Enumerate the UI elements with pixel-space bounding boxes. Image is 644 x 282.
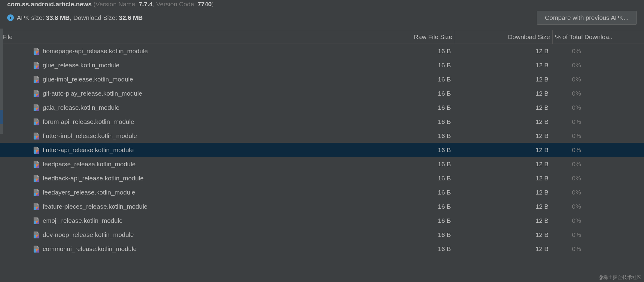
table-row[interactable]: flutter-impl_release.kotlin_module 16 B …	[0, 129, 644, 143]
file-cell: gif-auto-play_release.kotlin_module	[0, 90, 359, 97]
apk-info-row: i APK size: 33.8 MB, Download Size: 32.6…	[0, 8, 644, 30]
raw-size-cell: 16 B	[359, 48, 455, 55]
download-size-cell: 12 B	[455, 48, 553, 55]
percent-cell: 0%	[553, 161, 644, 168]
kotlin-module-icon	[33, 189, 40, 196]
raw-size-cell: 16 B	[359, 104, 455, 111]
download-size-cell: 12 B	[455, 161, 553, 168]
download-size-cell: 12 B	[455, 245, 553, 253]
file-name: flutter-api_release.kotlin_module	[43, 146, 134, 154]
header-file[interactable]: File	[0, 30, 359, 44]
file-name: gaia_release.kotlin_module	[43, 104, 120, 111]
download-size-cell: 12 B	[455, 62, 553, 69]
percent-cell: 0%	[553, 245, 644, 253]
kotlin-module-icon	[33, 132, 40, 140]
file-cell: homepage-api_release.kotlin_module	[0, 47, 359, 55]
table-row[interactable]: feedparse_release.kotlin_module 16 B 12 …	[0, 157, 644, 171]
table-row[interactable]: gaia_release.kotlin_module 16 B 12 B 0%	[0, 100, 644, 115]
file-name: glue-impl_release.kotlin_module	[43, 76, 133, 83]
raw-size-cell: 16 B	[359, 245, 455, 253]
table-row[interactable]: feedback-api_release.kotlin_module 16 B …	[0, 171, 644, 185]
file-cell: gaia_release.kotlin_module	[0, 104, 359, 112]
watermark: @稀土掘金技术社区	[598, 274, 642, 281]
percent-cell: 0%	[553, 203, 644, 210]
percent-cell: 0%	[553, 118, 644, 125]
download-size-cell: 12 B	[455, 118, 553, 125]
file-name: gif-auto-play_release.kotlin_module	[43, 90, 142, 97]
table-header: File Raw File Size Download Size % of To…	[0, 30, 644, 44]
table-row[interactable]: glue-impl_release.kotlin_module 16 B 12 …	[0, 72, 644, 86]
raw-size-cell: 16 B	[359, 90, 455, 97]
raw-size-cell: 16 B	[359, 175, 455, 182]
compare-previous-apk-button[interactable]: Compare with previous APK...	[537, 11, 637, 25]
file-name: feedayers_release.kotlin_module	[43, 189, 135, 196]
table-row[interactable]: flutter-api_release.kotlin_module 16 B 1…	[0, 143, 644, 157]
download-size-cell: 12 B	[455, 217, 553, 224]
table-row[interactable]: feedayers_release.kotlin_module 16 B 12 …	[0, 185, 644, 199]
download-size-cell: 12 B	[455, 175, 553, 182]
table-row[interactable]: feature-pieces_release.kotlin_module 16 …	[0, 199, 644, 213]
raw-size-cell: 16 B	[359, 231, 455, 238]
kotlin-module-icon	[33, 90, 40, 97]
percent-cell: 0%	[553, 217, 644, 224]
file-name: homepage-api_release.kotlin_module	[43, 48, 148, 55]
kotlin-module-icon	[33, 47, 40, 55]
table-row[interactable]: commonui_release.kotlin_module 16 B 12 B…	[0, 242, 644, 256]
percent-cell: 0%	[553, 62, 644, 69]
package-name: com.ss.android.article.news	[7, 1, 92, 8]
apk-info-text: APK size: 33.8 MB, Download Size: 32.6 M…	[17, 14, 143, 21]
file-name: feedparse_release.kotlin_module	[43, 161, 135, 168]
download-size-cell: 12 B	[455, 146, 553, 154]
file-name: forum-api_release.kotlin_module	[43, 118, 134, 125]
file-cell: glue_release.kotlin_module	[0, 61, 359, 69]
raw-size-cell: 16 B	[359, 118, 455, 125]
download-size-cell: 12 B	[455, 104, 553, 111]
file-name: commonui_release.kotlin_module	[43, 245, 137, 253]
kotlin-module-icon	[33, 160, 40, 168]
apk-info-left: i APK size: 33.8 MB, Download Size: 32.6…	[7, 14, 143, 21]
kotlin-module-icon	[33, 118, 40, 126]
raw-size-cell: 16 B	[359, 217, 455, 224]
percent-cell: 0%	[553, 189, 644, 196]
raw-size-cell: 16 B	[359, 161, 455, 168]
info-icon: i	[7, 14, 14, 21]
file-cell: feedback-api_release.kotlin_module	[0, 174, 359, 182]
header-raw-size[interactable]: Raw File Size	[359, 30, 455, 44]
table-row[interactable]: forum-api_release.kotlin_module 16 B 12 …	[0, 115, 644, 129]
file-cell: feature-pieces_release.kotlin_module	[0, 203, 359, 210]
file-name: dev-noop_release.kotlin_module	[43, 231, 134, 238]
percent-cell: 0%	[553, 146, 644, 154]
kotlin-module-icon	[33, 75, 40, 83]
table-row[interactable]: homepage-api_release.kotlin_module 16 B …	[0, 44, 644, 58]
download-size-cell: 12 B	[455, 90, 553, 97]
table-row[interactable]: glue_release.kotlin_module 16 B 12 B 0%	[0, 58, 644, 72]
file-cell: commonui_release.kotlin_module	[0, 245, 359, 253]
header-download-size[interactable]: Download Size	[455, 30, 553, 44]
table-row[interactable]: dev-noop_release.kotlin_module 16 B 12 B…	[0, 228, 644, 242]
kotlin-module-icon	[33, 217, 40, 225]
file-cell: feedparse_release.kotlin_module	[0, 160, 359, 168]
file-cell: glue-impl_release.kotlin_module	[0, 75, 359, 83]
table-row[interactable]: gif-auto-play_release.kotlin_module 16 B…	[0, 86, 644, 100]
file-cell: flutter-impl_release.kotlin_module	[0, 132, 359, 140]
percent-cell: 0%	[553, 90, 644, 97]
download-size-cell: 12 B	[455, 132, 553, 139]
raw-size-cell: 16 B	[359, 146, 455, 154]
file-name: feature-pieces_release.kotlin_module	[43, 203, 147, 210]
file-name: feedback-api_release.kotlin_module	[43, 175, 144, 182]
file-cell: emoji_release.kotlin_module	[0, 217, 359, 225]
file-cell: dev-noop_release.kotlin_module	[0, 231, 359, 239]
table-body: homepage-api_release.kotlin_module 16 B …	[0, 44, 644, 256]
raw-size-cell: 16 B	[359, 62, 455, 69]
kotlin-module-icon	[33, 104, 40, 112]
header-percent[interactable]: % of Total Downloa..	[553, 30, 644, 44]
download-size-cell: 12 B	[455, 203, 553, 210]
file-cell: feedayers_release.kotlin_module	[0, 189, 359, 196]
kotlin-module-icon	[33, 203, 40, 210]
kotlin-module-icon	[33, 174, 40, 182]
raw-size-cell: 16 B	[359, 189, 455, 196]
file-name: glue_release.kotlin_module	[43, 62, 120, 69]
percent-cell: 0%	[553, 76, 644, 83]
table-row[interactable]: emoji_release.kotlin_module 16 B 12 B 0%	[0, 213, 644, 228]
file-cell: forum-api_release.kotlin_module	[0, 118, 359, 126]
